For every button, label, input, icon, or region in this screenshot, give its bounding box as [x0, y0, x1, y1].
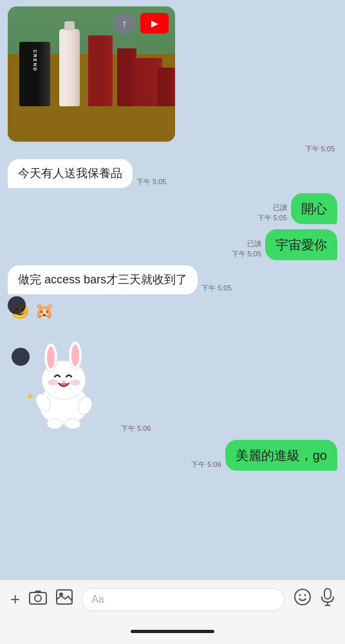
left-bubble-2-time: 下午 5:05	[201, 283, 231, 294]
product-image	[8, 6, 175, 142]
read-label-2: 已讀	[247, 239, 261, 249]
right-bubble-3-text: 美麗的進級，go	[236, 448, 327, 462]
left-bubble-2-text: 做完 access bars才三天就收到了	[18, 273, 187, 286]
image-time: 下午 5:05	[305, 144, 335, 154]
left-bubble-2: 做完 access bars才三天就收到了	[8, 265, 198, 294]
red-box-2	[117, 48, 136, 106]
right-bubble-1-text: 開心	[301, 202, 327, 216]
read-label-1: 已讀	[273, 203, 287, 213]
home-bar	[131, 630, 214, 633]
emoji-row: 😊 🐹	[10, 302, 337, 320]
emoji-hamster: 🐹	[35, 302, 54, 320]
sticker-message: ✦ 下午 5:06	[8, 325, 337, 435]
left-message-2: 做完 access bars才三天就收到了 下午 5:05	[8, 265, 337, 294]
svg-rect-14	[30, 592, 46, 604]
bottle	[59, 29, 80, 106]
chat-area: 下午 5:05 今天有人送我保養品 下午 5:05 已讀 下午 5:05 開心 …	[0, 0, 345, 580]
youtube-button[interactable]	[140, 13, 169, 33]
toolbar: + Aa	[0, 580, 345, 644]
right-bubble-2-text: 宇宙愛你	[275, 238, 327, 252]
sticker-time: 下午 5:06	[121, 424, 151, 435]
right-bubble-1: 開心	[291, 193, 337, 224]
svg-point-3	[47, 346, 55, 368]
mic-button[interactable]	[321, 588, 335, 611]
right-message-3: 下午 5:06 美麗的進級，go	[8, 440, 337, 471]
home-indicator	[0, 618, 345, 644]
svg-point-21	[304, 594, 306, 596]
decoration-dot-2	[8, 296, 26, 314]
right-bubble-2-time: 下午 5:05	[232, 249, 261, 260]
crend-box	[19, 42, 50, 106]
svg-point-19	[295, 589, 310, 605]
svg-point-7	[70, 379, 80, 386]
svg-point-12	[65, 419, 80, 429]
camera-button[interactable]	[29, 589, 47, 609]
svg-point-5	[71, 345, 79, 366]
image-message: 下午 5:05	[8, 6, 337, 154]
left-bubble-1-time: 下午 5:05	[136, 177, 166, 188]
right-message-1: 已讀 下午 5:05 開心	[8, 193, 337, 224]
emoji-button[interactable]	[294, 588, 312, 611]
svg-rect-16	[35, 591, 41, 593]
bunny-svg: ✦	[11, 328, 114, 431]
left-bubble-1-text: 今天有人送我保養品	[18, 167, 122, 180]
svg-point-11	[47, 419, 62, 429]
red-box-4	[157, 68, 175, 106]
sticker-bunny: ✦	[8, 325, 117, 435]
input-placeholder: Aa	[91, 594, 104, 605]
share-button[interactable]	[113, 13, 135, 35]
message-input[interactable]: Aa	[82, 588, 284, 611]
toolbar-main: + Aa	[0, 580, 345, 618]
svg-point-6	[48, 379, 58, 386]
image-button[interactable]	[56, 589, 73, 609]
svg-rect-22	[324, 589, 331, 599]
right-message-2: 已讀 下午 5:05 宇宙愛你	[8, 229, 337, 260]
right-bubble-2: 宇宙愛你	[265, 229, 337, 260]
svg-point-20	[299, 594, 301, 596]
left-message-1: 今天有人送我保養品 下午 5:05	[8, 159, 337, 188]
right-bubble-3-time: 下午 5:06	[191, 460, 221, 471]
right-bubble-3: 美麗的進級，go	[225, 440, 337, 471]
right-bubble-1-time: 下午 5:05	[257, 213, 287, 224]
svg-text:✦: ✦	[25, 390, 35, 403]
left-bubble-1: 今天有人送我保養品	[8, 159, 133, 188]
image-bubble[interactable]	[8, 6, 175, 142]
red-box-1	[88, 35, 113, 106]
svg-point-8	[62, 381, 66, 383]
plus-button[interactable]: +	[10, 589, 20, 609]
svg-point-15	[35, 595, 41, 601]
